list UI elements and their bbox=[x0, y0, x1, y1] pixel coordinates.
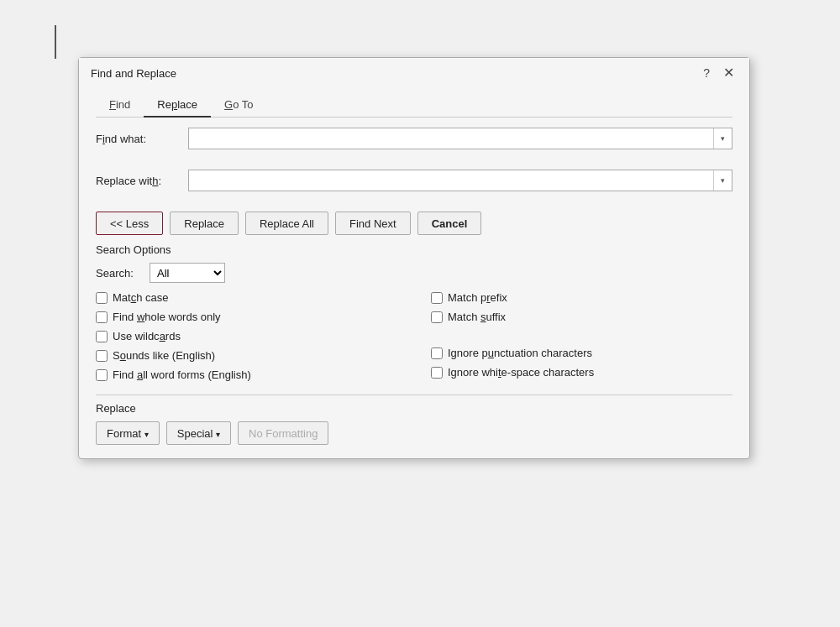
tab-find-label: Find bbox=[109, 98, 130, 111]
search-label: Search: bbox=[96, 267, 143, 280]
ignore-whitespace-row: Ignore white-space characters bbox=[431, 364, 732, 380]
find-what-row: Find what: ▾ bbox=[96, 128, 732, 149]
format-button[interactable]: Format bbox=[96, 421, 160, 445]
replace-divider bbox=[96, 394, 732, 395]
match-case-row: Match case bbox=[96, 290, 397, 306]
all-word-forms-checkbox[interactable] bbox=[96, 369, 108, 381]
tab-goto[interactable]: Go To bbox=[211, 93, 266, 118]
wildcards-checkbox[interactable] bbox=[96, 331, 108, 342]
ignore-punctuation-label: Ignore punctuation characters bbox=[448, 347, 592, 359]
tab-bar: Find Replace Go To bbox=[96, 93, 732, 118]
replace-with-dropdown[interactable]: ▾ bbox=[713, 170, 732, 191]
replace-with-label: Replace with: bbox=[96, 175, 188, 187]
replace-section-title: Replace bbox=[96, 402, 732, 415]
find-what-label: Find what: bbox=[96, 133, 188, 145]
sounds-like-checkbox[interactable] bbox=[96, 350, 108, 362]
replace-section-buttons: Format Special No Formatting bbox=[96, 421, 732, 445]
checkboxes-right: Match prefix Match suffix Ignore punctua… bbox=[431, 290, 732, 383]
match-suffix-label: Match suffix bbox=[448, 311, 506, 323]
less-button[interactable]: << Less bbox=[96, 212, 163, 235]
cancel-button[interactable]: Cancel bbox=[417, 212, 482, 235]
replace-button[interactable]: Replace bbox=[170, 212, 239, 235]
replace-all-button[interactable]: Replace All bbox=[245, 212, 328, 235]
search-options-title: Search Options bbox=[96, 243, 732, 256]
dialog-body: Find Replace Go To Find what: ▾ bbox=[79, 85, 749, 458]
titlebar-controls: ? ✕ bbox=[700, 66, 738, 80]
match-prefix-checkbox[interactable] bbox=[431, 292, 443, 304]
whole-words-label: Find whole words only bbox=[113, 311, 221, 323]
page-background: Find and Replace ? ✕ Find Replace Go To bbox=[0, 0, 840, 627]
search-row: Search: All Up Down bbox=[96, 263, 732, 283]
tab-goto-label: Go To bbox=[224, 98, 253, 111]
all-word-forms-label: Find all word forms (English) bbox=[113, 368, 251, 381]
match-prefix-row: Match prefix bbox=[431, 290, 732, 306]
match-case-checkbox[interactable] bbox=[96, 292, 108, 304]
ignore-punctuation-checkbox[interactable] bbox=[431, 347, 443, 359]
match-case-label: Match case bbox=[113, 291, 168, 304]
all-word-forms-row: Find all word forms (English) bbox=[96, 367, 397, 383]
search-select[interactable]: All Up Down bbox=[150, 263, 225, 283]
special-button-label: Special bbox=[177, 427, 213, 440]
ignore-whitespace-label: Ignore white-space characters bbox=[448, 366, 594, 379]
sounds-like-row: Sounds like (English) bbox=[96, 347, 397, 363]
action-buttons-row: << Less Replace Replace All Find Next Ca… bbox=[96, 212, 732, 235]
format-button-label: Format bbox=[107, 427, 141, 440]
cursor-line bbox=[55, 25, 56, 59]
tab-replace[interactable]: Replace bbox=[144, 93, 211, 118]
whole-words-row: Find whole words only bbox=[96, 309, 397, 325]
find-what-input-wrap: ▾ bbox=[188, 128, 732, 149]
ignore-punctuation-row: Ignore punctuation characters bbox=[431, 345, 732, 361]
find-what-dropdown[interactable]: ▾ bbox=[713, 128, 732, 149]
help-button[interactable]: ? bbox=[700, 66, 713, 80]
sounds-like-label: Sounds like (English) bbox=[113, 349, 215, 362]
replace-with-input-wrap: ▾ bbox=[188, 170, 732, 191]
tab-replace-label: Replace bbox=[157, 98, 197, 111]
no-formatting-button: No Formatting bbox=[238, 421, 328, 445]
replace-with-input[interactable] bbox=[189, 170, 713, 191]
ignore-whitespace-checkbox[interactable] bbox=[431, 367, 443, 379]
close-button[interactable]: ✕ bbox=[720, 66, 738, 80]
match-suffix-checkbox[interactable] bbox=[431, 311, 443, 323]
dialog-titlebar: Find and Replace ? ✕ bbox=[79, 58, 749, 85]
find-next-button[interactable]: Find Next bbox=[335, 212, 411, 235]
whole-words-checkbox[interactable] bbox=[96, 311, 108, 323]
match-prefix-label: Match prefix bbox=[448, 291, 507, 304]
checkboxes-left: Match case Find whole words only Use wil… bbox=[96, 290, 397, 383]
tab-find[interactable]: Find bbox=[96, 93, 144, 118]
find-replace-dialog: Find and Replace ? ✕ Find Replace Go To bbox=[78, 57, 750, 459]
checkboxes-area: Match case Find whole words only Use wil… bbox=[96, 290, 732, 383]
find-what-input[interactable] bbox=[189, 128, 713, 149]
dialog-title: Find and Replace bbox=[91, 67, 176, 80]
replace-with-row: Replace with: ▾ bbox=[96, 170, 732, 191]
wildcards-label: Use wildcards bbox=[113, 330, 181, 342]
wildcards-row: Use wildcards bbox=[96, 328, 397, 344]
match-suffix-row: Match suffix bbox=[431, 309, 732, 325]
special-button[interactable]: Special bbox=[166, 421, 231, 445]
